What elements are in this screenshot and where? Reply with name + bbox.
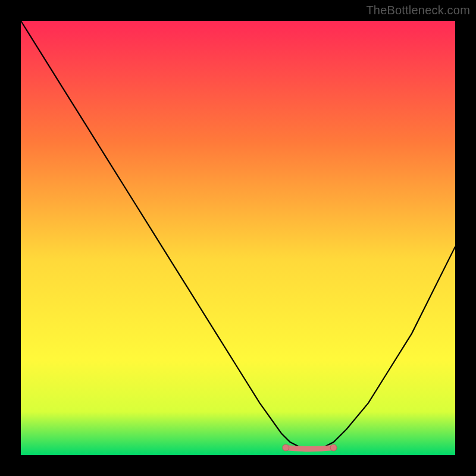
bottleneck-chart xyxy=(21,21,455,455)
chart-container: TheBottleneck.com xyxy=(0,0,476,476)
optimal-band-dot-left xyxy=(283,444,289,451)
optimal-band-marker xyxy=(286,447,333,449)
watermark-text: TheBottleneck.com xyxy=(366,4,470,17)
gradient-background xyxy=(21,21,455,455)
optimal-band-dot-right xyxy=(330,444,337,451)
